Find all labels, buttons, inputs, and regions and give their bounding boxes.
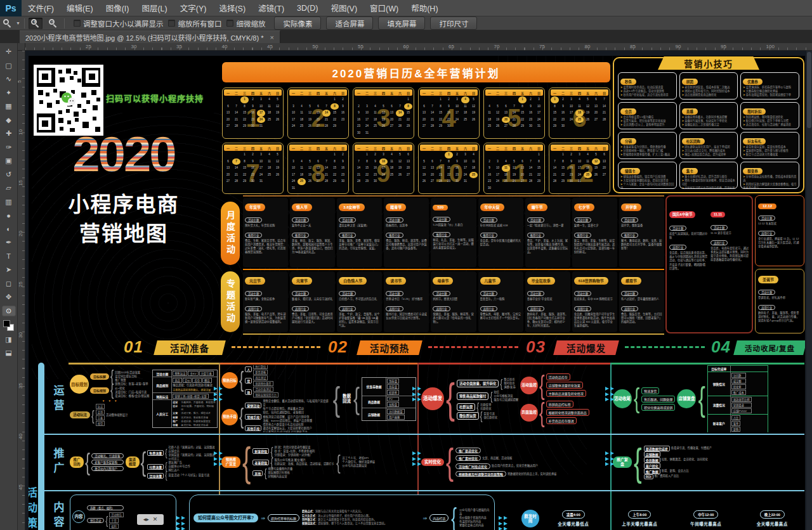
date-cell: 24 bbox=[461, 172, 469, 179]
date-empty bbox=[232, 96, 240, 103]
mini-control-icon[interactable]: ✕ bbox=[153, 517, 158, 522]
date-cell: 6 bbox=[224, 158, 232, 165]
ruler-number: 5 bbox=[18, 80, 22, 82]
checkbox[interactable] bbox=[226, 20, 233, 27]
tab-close-icon[interactable]: × bbox=[270, 34, 273, 41]
date-cell: 2 bbox=[339, 96, 347, 103]
tip-line: ➤适合清库存、拉新与活动推广承接场景 bbox=[743, 123, 797, 127]
checkbox[interactable] bbox=[74, 20, 81, 27]
menu-item[interactable]: 窗口(W) bbox=[363, 0, 405, 16]
content-node: 预告活动 bbox=[87, 518, 104, 523]
brush-tool[interactable]: ✑ bbox=[2, 142, 16, 153]
role: 仓储 bbox=[173, 423, 181, 427]
photoshop-logo-icon[interactable]: Ps bbox=[0, 0, 22, 16]
options-button[interactable]: 填充屏幕 bbox=[378, 16, 425, 30]
checkbox-group[interactable]: 细微缩放 bbox=[226, 18, 265, 29]
flow-arrows bbox=[412, 387, 421, 401]
healing-brush-tool[interactable]: ✚ bbox=[2, 128, 16, 139]
color-swatches[interactable] bbox=[3, 320, 14, 331]
date-empty bbox=[232, 152, 240, 158]
checkbox-group[interactable]: 调整窗口大小以满屏显示 bbox=[74, 18, 164, 29]
date-cell: 13 bbox=[314, 165, 322, 172]
checkbox[interactable] bbox=[168, 20, 175, 27]
date-cell: 24 bbox=[567, 117, 575, 124]
date-empty bbox=[298, 96, 306, 103]
festival-card: 3.8女神节活动主题遇见女神之美（宠爱她）推荐行业美妆、服饰、美食、家居等，倡导… bbox=[337, 198, 382, 268]
brace-decoration: { bbox=[539, 372, 545, 399]
ruler-number: 65 bbox=[449, 44, 454, 49]
shape-tool[interactable]: ◻ bbox=[2, 278, 16, 289]
method-name: 蹭热点式： bbox=[302, 510, 315, 513]
quick-selection-tool[interactable]: ✦ bbox=[2, 87, 16, 98]
dodge-tool[interactable]: ◐ bbox=[2, 224, 16, 235]
menu-item[interactable]: 视图(V) bbox=[324, 0, 363, 16]
date-cell: 11 bbox=[469, 158, 478, 165]
tip-card: 裂变券➤分享得券玩法拉新传播，是低成本获客的首选➤利用好友助力解锁更大优惠金额叠… bbox=[740, 162, 799, 189]
path-selection-tool[interactable]: ➤ bbox=[2, 264, 16, 275]
menu-item[interactable]: 滤镜(T) bbox=[252, 0, 291, 16]
scrollbar-thumb[interactable] bbox=[807, 52, 811, 128]
date-cell: 16 bbox=[453, 165, 461, 172]
menu-item[interactable]: 文字(Y) bbox=[174, 0, 213, 16]
options-button[interactable]: 打印尺寸 bbox=[430, 16, 477, 30]
burst-branch: 社群运营 bbox=[457, 403, 475, 411]
eraser-tool[interactable]: ▱ bbox=[2, 183, 16, 193]
document-tab[interactable]: 2020小程序电商营销地图.jpg @ 12.5% (扫码可以获得小程序扶持, … bbox=[20, 30, 280, 43]
type-tool[interactable]: T bbox=[2, 251, 16, 262]
blur-tool[interactable]: ● bbox=[2, 210, 16, 221]
menu-item[interactable]: 3D(D) bbox=[291, 0, 324, 16]
menu-item[interactable]: 帮助(H) bbox=[405, 0, 444, 16]
flow-cell: 群发时间凌晨4:00全天曝光最低点上午8:00上半天曝光最高点中午12:00午间… bbox=[521, 496, 804, 530]
brace-decoration: { bbox=[141, 449, 147, 475]
vertical-scrollbar[interactable] bbox=[806, 51, 812, 530]
date-cell: 23 bbox=[339, 117, 347, 124]
menu-item[interactable]: 文件(F) bbox=[22, 0, 60, 16]
screen-mode-button[interactable]: ⬓ bbox=[2, 347, 16, 358]
checkbox-group[interactable]: 缩放所有窗口 bbox=[168, 18, 221, 29]
bullet-icon: ➤ bbox=[682, 149, 684, 152]
industry-pill: 推荐行业 bbox=[433, 232, 450, 237]
phase-dashes bbox=[232, 346, 320, 348]
crop-tool[interactable]: ▦ bbox=[2, 101, 16, 112]
festival-industry: 全品类，电商年度狂欢节，通过多类玩法提前蓄水预售，同时为双旦清仓预热，利用朋友圈… bbox=[710, 247, 749, 262]
menu-item[interactable]: 选择(S) bbox=[213, 0, 252, 16]
date-cell: 19 bbox=[306, 117, 314, 124]
date-cell: 23 bbox=[559, 117, 567, 124]
mini-scroll-controls[interactable]: ◂▸✕ bbox=[137, 514, 164, 525]
menu-item[interactable]: 图像(I) bbox=[100, 0, 136, 16]
clone-stamp-tool[interactable]: ▣ bbox=[2, 155, 16, 166]
move-tool[interactable]: ✛ bbox=[2, 46, 16, 57]
zoom-tool[interactable]: ⊙ bbox=[2, 306, 16, 316]
date-cell: 31 bbox=[535, 123, 543, 130]
quick-mask-button[interactable]: ◨ bbox=[2, 334, 16, 345]
canvas-viewport[interactable]: 扫码可以获得小程序扶持 2020 小程序电商 营销地图 2020营销日历&全年营… bbox=[25, 51, 812, 530]
gradient-tool[interactable]: ▥ bbox=[2, 197, 16, 207]
history-brush-tool[interactable]: ↺ bbox=[2, 169, 16, 180]
marquee-tool[interactable]: ▢ bbox=[2, 60, 16, 71]
calendar-month: 一二三四五六日111234567891011121314151617181920… bbox=[483, 143, 545, 194]
options-button[interactable]: 适合屏幕 bbox=[326, 16, 373, 30]
pen-tool[interactable]: ✒ bbox=[2, 237, 16, 248]
date-cell: 4 bbox=[388, 152, 396, 158]
festival-industry: 全品类，结合国庆黄金周出游、返乡与中秋团圆送礼场景出囤货活动，住宿与酒店等行业旺… bbox=[669, 251, 708, 271]
bullet-icon: ➤ bbox=[620, 149, 623, 152]
date-cell: 31 bbox=[461, 178, 469, 185]
mini-control-icon[interactable]: ◂▸ bbox=[143, 517, 149, 522]
eyedropper-tool[interactable]: ◆ bbox=[2, 115, 16, 126]
options-button[interactable]: 实际像素 bbox=[274, 16, 321, 30]
menu-item[interactable]: 图层(L) bbox=[135, 0, 173, 16]
review-item: 客户转化 bbox=[644, 463, 660, 469]
lasso-tool[interactable]: ∿ bbox=[2, 74, 16, 84]
date-cell: 29 bbox=[331, 178, 339, 185]
hand-tool[interactable]: ✥ bbox=[2, 292, 16, 302]
phase-ribbon: 活动爆发 bbox=[553, 340, 619, 355]
festival-card: 毕业狂欢季活动主题青春毕业分 毕业狂欢适用行业数码电子、美妆、服饰、旅游等，回忆… bbox=[525, 271, 570, 332]
date-cell: 17 bbox=[257, 165, 265, 172]
tool-preset-caret-icon[interactable]: ▼ bbox=[16, 21, 20, 25]
zoom-out-mode-button[interactable]: − bbox=[46, 18, 60, 29]
menu-item[interactable]: 编辑(E) bbox=[60, 0, 100, 16]
date-cell: 4 bbox=[502, 158, 510, 165]
zoom-tool-preset-icon[interactable] bbox=[3, 18, 12, 28]
zoom-in-mode-button[interactable]: + bbox=[29, 18, 43, 29]
flow-cell: 目标规划目标拆解{回顾2019年活动效果设定同比增长目标推广预算目标规划{销售目… bbox=[70, 365, 218, 432]
